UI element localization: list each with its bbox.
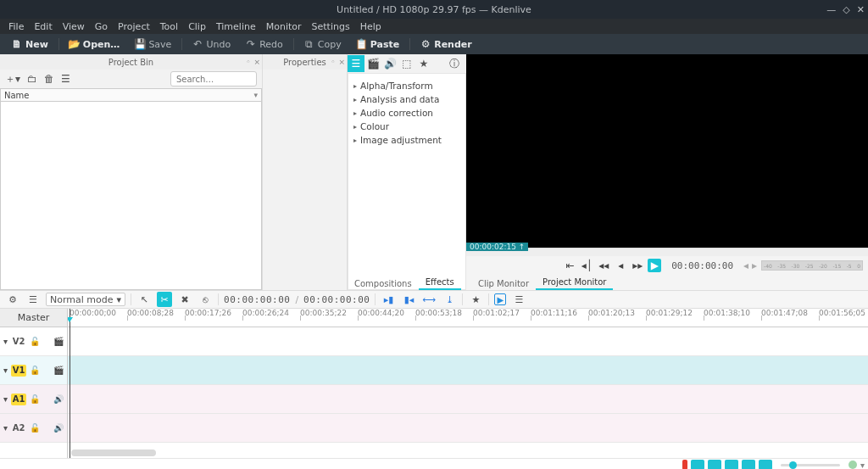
menu-monitor[interactable]: Monitor: [261, 21, 307, 32]
folder-icon[interactable]: 🗀: [27, 73, 37, 85]
project-bin-panel: Project Bin ◦× ＋▾ 🗀 🗑 ☰ Name: [0, 54, 263, 290]
redo-button[interactable]: ↷Redo: [239, 34, 290, 54]
menu-go[interactable]: Go: [90, 21, 113, 32]
effects-tab-audio-icon[interactable]: 🔊: [381, 55, 398, 72]
menu-help[interactable]: Help: [355, 21, 387, 32]
menu-clip[interactable]: Clip: [183, 21, 211, 32]
track-menu-icon[interactable]: ☰: [25, 292, 41, 307]
preview-menu-icon[interactable]: ☰: [511, 292, 526, 307]
selection-tool-icon[interactable]: ↖: [136, 292, 152, 307]
timeline-canvas[interactable]: 00:00:00;0000:00:08;2800:00:17;2600:00:2…: [68, 309, 868, 458]
zoom-slider[interactable]: [781, 464, 840, 466]
search-input[interactable]: [170, 71, 257, 87]
open-button[interactable]: 📂Open…: [63, 34, 127, 54]
speaker-icon: 🔊: [53, 423, 64, 433]
zone-in-icon[interactable]: ▸▮: [381, 292, 396, 307]
history-menu-icon[interactable]: ▾: [860, 461, 865, 470]
delete-icon[interactable]: 🗑: [44, 73, 54, 85]
snap-icon[interactable]: ⎋: [198, 292, 213, 307]
effects-category[interactable]: ▸Image adjustment: [353, 133, 460, 147]
undock-icon[interactable]: ◦: [246, 58, 250, 66]
lock-icon[interactable]: 🔓: [30, 366, 40, 375]
go-start-icon[interactable]: ⇤: [563, 259, 576, 272]
timeline-ruler[interactable]: 00:00:00;0000:00:08;2800:00:17;2600:00:2…: [68, 309, 868, 327]
tab-project-monitor[interactable]: Project Monitor: [536, 276, 613, 290]
menu-tool[interactable]: Tool: [155, 21, 183, 32]
menu-file[interactable]: File: [3, 21, 29, 32]
timeline-scrollbar[interactable]: [71, 449, 156, 456]
status-chip[interactable]: [691, 460, 704, 469]
play-button[interactable]: ▶: [648, 259, 661, 272]
save-button[interactable]: 💾Save: [128, 34, 178, 54]
bin-column-name[interactable]: Name: [0, 88, 262, 102]
close-icon[interactable]: ✕: [857, 4, 865, 15]
close-panel-icon[interactable]: ×: [338, 58, 345, 66]
preview-render-icon[interactable]: ▶: [494, 293, 506, 305]
maximize-icon[interactable]: ◇: [843, 4, 849, 15]
undock-icon[interactable]: ◦: [331, 58, 335, 66]
undo-button[interactable]: ↶Undo: [186, 34, 237, 54]
monitor-canvas[interactable]: [466, 54, 868, 248]
overwrite-icon[interactable]: ⟷: [421, 292, 437, 307]
playhead[interactable]: [70, 309, 70, 458]
monitor-timecode[interactable]: 00:00:00:00: [671, 260, 733, 271]
track-head-a2[interactable]: ▾A2🔓🔊: [0, 414, 67, 443]
tab-effects[interactable]: Effects: [419, 276, 461, 290]
master-track-head[interactable]: Master: [0, 309, 67, 327]
menu-settings[interactable]: Settings: [307, 21, 355, 32]
edit-mode-select[interactable]: Normal mode▾: [46, 293, 125, 306]
paste-button[interactable]: 📋Paste: [350, 34, 406, 54]
track-head-a1[interactable]: ▾A1🔓🔊: [0, 385, 67, 414]
status-chip[interactable]: [759, 460, 772, 469]
effects-info-icon[interactable]: ⓘ: [446, 55, 463, 72]
lock-icon[interactable]: 🔓: [30, 394, 40, 404]
settings-icon[interactable]: ⚙: [5, 292, 20, 307]
status-bar: ▾: [0, 458, 868, 469]
lock-icon[interactable]: 🔓: [30, 423, 40, 433]
effects-tab-custom-icon[interactable]: ⬚: [398, 55, 415, 72]
play-reverse-icon[interactable]: ◂: [614, 259, 627, 272]
rewind-icon[interactable]: ◂◂: [597, 259, 610, 272]
effects-tab-main-icon[interactable]: ☰: [348, 55, 364, 72]
favorite-icon[interactable]: ★: [468, 292, 483, 307]
track-head-v2[interactable]: ▾V2🔓🎬: [0, 327, 67, 356]
status-chip[interactable]: [725, 460, 738, 469]
copy-button[interactable]: ⧉Copy: [298, 34, 348, 54]
tab-clip-monitor[interactable]: Clip Monitor: [471, 277, 536, 290]
status-indicator-icon[interactable]: [849, 461, 857, 469]
effects-category[interactable]: ▸Colour: [353, 120, 460, 133]
zone-out-icon[interactable]: ▮◂: [401, 292, 416, 307]
ruler-mark: 00:01:47;08: [761, 309, 808, 317]
status-chip[interactable]: [708, 460, 721, 469]
insert-icon[interactable]: ⤓: [442, 292, 457, 307]
effects-category[interactable]: ▸Analysis and data: [353, 92, 460, 106]
effects-tab-video-icon[interactable]: 🎬: [364, 55, 381, 72]
lock-icon[interactable]: 🔓: [30, 337, 40, 346]
prev-frame-icon[interactable]: ◂│: [580, 259, 593, 272]
close-panel-icon[interactable]: ×: [253, 58, 260, 66]
razor-tool-icon[interactable]: ✂: [157, 292, 172, 307]
status-chip[interactable]: [742, 460, 755, 469]
bin-list[interactable]: [0, 102, 262, 290]
timeline-position[interactable]: 00:00:00:00: [224, 294, 290, 305]
properties-title: Properties ◦×: [263, 54, 347, 70]
effects-category[interactable]: ▸Alpha/Transform: [353, 79, 460, 92]
menu-project[interactable]: Project: [113, 21, 155, 32]
effects-category[interactable]: ▸Audio correction: [353, 106, 460, 120]
menu-view[interactable]: View: [58, 21, 90, 32]
status-error-icon[interactable]: [682, 460, 687, 469]
monitor-frame-stepper[interactable]: ◂ ▸: [743, 260, 757, 271]
tab-compositions[interactable]: Compositions: [348, 277, 419, 290]
new-button[interactable]: 🗎New: [5, 34, 55, 54]
tag-icon[interactable]: ☰: [61, 73, 70, 85]
minimize-icon[interactable]: —: [826, 4, 836, 15]
render-button[interactable]: ⚙Render: [414, 34, 479, 54]
effects-tab-favorite-icon[interactable]: ★: [415, 55, 432, 72]
track-head-v1[interactable]: ▾V1🔓🎬: [0, 356, 67, 385]
add-clip-icon[interactable]: ＋▾: [5, 72, 20, 87]
menu-timeline[interactable]: Timeline: [211, 21, 261, 32]
menu-edit[interactable]: Edit: [29, 21, 57, 32]
timeline: Master ▾V2🔓🎬 ▾V1🔓🎬 ▾A1🔓🔊 ▾A2🔓🔊 00:00:00;…: [0, 309, 868, 458]
forward-icon[interactable]: ▸▸: [631, 259, 644, 272]
spacer-tool-icon[interactable]: ✖: [177, 292, 192, 307]
